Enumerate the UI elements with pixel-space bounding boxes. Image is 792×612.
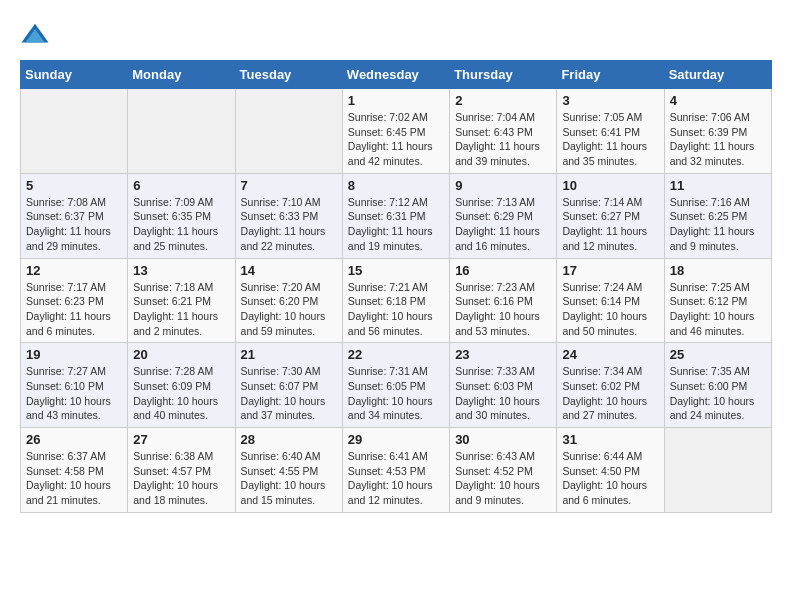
day-number: 13 xyxy=(133,263,229,278)
calendar-day-cell: 5Sunrise: 7:08 AM Sunset: 6:37 PM Daylig… xyxy=(21,173,128,258)
calendar-day-cell: 2Sunrise: 7:04 AM Sunset: 6:43 PM Daylig… xyxy=(450,89,557,174)
calendar-day-cell: 21Sunrise: 7:30 AM Sunset: 6:07 PM Dayli… xyxy=(235,343,342,428)
day-number: 11 xyxy=(670,178,766,193)
day-number: 7 xyxy=(241,178,337,193)
day-number: 12 xyxy=(26,263,122,278)
day-info: Sunrise: 6:38 AM Sunset: 4:57 PM Dayligh… xyxy=(133,449,229,508)
day-number: 20 xyxy=(133,347,229,362)
day-number: 1 xyxy=(348,93,444,108)
day-number: 8 xyxy=(348,178,444,193)
calendar-day-cell xyxy=(128,89,235,174)
calendar-header-row: SundayMondayTuesdayWednesdayThursdayFrid… xyxy=(21,61,772,89)
day-info: Sunrise: 7:28 AM Sunset: 6:09 PM Dayligh… xyxy=(133,364,229,423)
day-info: Sunrise: 7:16 AM Sunset: 6:25 PM Dayligh… xyxy=(670,195,766,254)
calendar-day-cell: 1Sunrise: 7:02 AM Sunset: 6:45 PM Daylig… xyxy=(342,89,449,174)
day-info: Sunrise: 7:35 AM Sunset: 6:00 PM Dayligh… xyxy=(670,364,766,423)
day-info: Sunrise: 6:41 AM Sunset: 4:53 PM Dayligh… xyxy=(348,449,444,508)
day-info: Sunrise: 7:09 AM Sunset: 6:35 PM Dayligh… xyxy=(133,195,229,254)
calendar-day-cell: 18Sunrise: 7:25 AM Sunset: 6:12 PM Dayli… xyxy=(664,258,771,343)
calendar-day-cell: 6Sunrise: 7:09 AM Sunset: 6:35 PM Daylig… xyxy=(128,173,235,258)
day-number: 16 xyxy=(455,263,551,278)
day-number: 28 xyxy=(241,432,337,447)
day-number: 18 xyxy=(670,263,766,278)
calendar-day-cell: 26Sunrise: 6:37 AM Sunset: 4:58 PM Dayli… xyxy=(21,428,128,513)
day-number: 6 xyxy=(133,178,229,193)
day-of-week-header: Saturday xyxy=(664,61,771,89)
day-info: Sunrise: 7:10 AM Sunset: 6:33 PM Dayligh… xyxy=(241,195,337,254)
day-number: 15 xyxy=(348,263,444,278)
page-header xyxy=(20,20,772,50)
calendar-week-row: 19Sunrise: 7:27 AM Sunset: 6:10 PM Dayli… xyxy=(21,343,772,428)
day-info: Sunrise: 6:43 AM Sunset: 4:52 PM Dayligh… xyxy=(455,449,551,508)
day-info: Sunrise: 7:31 AM Sunset: 6:05 PM Dayligh… xyxy=(348,364,444,423)
calendar-day-cell: 31Sunrise: 6:44 AM Sunset: 4:50 PM Dayli… xyxy=(557,428,664,513)
day-info: Sunrise: 7:18 AM Sunset: 6:21 PM Dayligh… xyxy=(133,280,229,339)
day-of-week-header: Thursday xyxy=(450,61,557,89)
day-info: Sunrise: 7:25 AM Sunset: 6:12 PM Dayligh… xyxy=(670,280,766,339)
day-info: Sunrise: 7:23 AM Sunset: 6:16 PM Dayligh… xyxy=(455,280,551,339)
logo xyxy=(20,20,54,50)
day-info: Sunrise: 7:27 AM Sunset: 6:10 PM Dayligh… xyxy=(26,364,122,423)
calendar-day-cell: 4Sunrise: 7:06 AM Sunset: 6:39 PM Daylig… xyxy=(664,89,771,174)
day-number: 23 xyxy=(455,347,551,362)
calendar-week-row: 1Sunrise: 7:02 AM Sunset: 6:45 PM Daylig… xyxy=(21,89,772,174)
day-number: 4 xyxy=(670,93,766,108)
day-number: 21 xyxy=(241,347,337,362)
calendar-day-cell: 14Sunrise: 7:20 AM Sunset: 6:20 PM Dayli… xyxy=(235,258,342,343)
calendar-day-cell: 17Sunrise: 7:24 AM Sunset: 6:14 PM Dayli… xyxy=(557,258,664,343)
calendar-day-cell: 15Sunrise: 7:21 AM Sunset: 6:18 PM Dayli… xyxy=(342,258,449,343)
day-number: 31 xyxy=(562,432,658,447)
day-number: 27 xyxy=(133,432,229,447)
calendar-day-cell: 11Sunrise: 7:16 AM Sunset: 6:25 PM Dayli… xyxy=(664,173,771,258)
calendar-day-cell: 27Sunrise: 6:38 AM Sunset: 4:57 PM Dayli… xyxy=(128,428,235,513)
day-number: 22 xyxy=(348,347,444,362)
day-number: 26 xyxy=(26,432,122,447)
day-number: 19 xyxy=(26,347,122,362)
day-info: Sunrise: 7:06 AM Sunset: 6:39 PM Dayligh… xyxy=(670,110,766,169)
day-info: Sunrise: 6:44 AM Sunset: 4:50 PM Dayligh… xyxy=(562,449,658,508)
day-info: Sunrise: 7:04 AM Sunset: 6:43 PM Dayligh… xyxy=(455,110,551,169)
day-info: Sunrise: 7:33 AM Sunset: 6:03 PM Dayligh… xyxy=(455,364,551,423)
calendar-day-cell: 8Sunrise: 7:12 AM Sunset: 6:31 PM Daylig… xyxy=(342,173,449,258)
day-info: Sunrise: 6:37 AM Sunset: 4:58 PM Dayligh… xyxy=(26,449,122,508)
calendar-day-cell: 20Sunrise: 7:28 AM Sunset: 6:09 PM Dayli… xyxy=(128,343,235,428)
day-info: Sunrise: 7:14 AM Sunset: 6:27 PM Dayligh… xyxy=(562,195,658,254)
day-info: Sunrise: 6:40 AM Sunset: 4:55 PM Dayligh… xyxy=(241,449,337,508)
calendar-day-cell: 12Sunrise: 7:17 AM Sunset: 6:23 PM Dayli… xyxy=(21,258,128,343)
calendar-day-cell: 7Sunrise: 7:10 AM Sunset: 6:33 PM Daylig… xyxy=(235,173,342,258)
day-info: Sunrise: 7:17 AM Sunset: 6:23 PM Dayligh… xyxy=(26,280,122,339)
calendar-day-cell: 19Sunrise: 7:27 AM Sunset: 6:10 PM Dayli… xyxy=(21,343,128,428)
day-info: Sunrise: 7:20 AM Sunset: 6:20 PM Dayligh… xyxy=(241,280,337,339)
calendar-day-cell: 23Sunrise: 7:33 AM Sunset: 6:03 PM Dayli… xyxy=(450,343,557,428)
day-info: Sunrise: 7:13 AM Sunset: 6:29 PM Dayligh… xyxy=(455,195,551,254)
calendar-day-cell: 10Sunrise: 7:14 AM Sunset: 6:27 PM Dayli… xyxy=(557,173,664,258)
calendar-week-row: 26Sunrise: 6:37 AM Sunset: 4:58 PM Dayli… xyxy=(21,428,772,513)
calendar-day-cell xyxy=(664,428,771,513)
day-number: 10 xyxy=(562,178,658,193)
day-info: Sunrise: 7:21 AM Sunset: 6:18 PM Dayligh… xyxy=(348,280,444,339)
day-number: 29 xyxy=(348,432,444,447)
calendar-day-cell: 9Sunrise: 7:13 AM Sunset: 6:29 PM Daylig… xyxy=(450,173,557,258)
calendar-day-cell: 28Sunrise: 6:40 AM Sunset: 4:55 PM Dayli… xyxy=(235,428,342,513)
calendar-day-cell: 13Sunrise: 7:18 AM Sunset: 6:21 PM Dayli… xyxy=(128,258,235,343)
day-number: 2 xyxy=(455,93,551,108)
day-of-week-header: Friday xyxy=(557,61,664,89)
day-number: 3 xyxy=(562,93,658,108)
calendar-day-cell: 24Sunrise: 7:34 AM Sunset: 6:02 PM Dayli… xyxy=(557,343,664,428)
day-of-week-header: Wednesday xyxy=(342,61,449,89)
calendar-week-row: 12Sunrise: 7:17 AM Sunset: 6:23 PM Dayli… xyxy=(21,258,772,343)
day-info: Sunrise: 7:34 AM Sunset: 6:02 PM Dayligh… xyxy=(562,364,658,423)
logo-icon xyxy=(20,20,50,50)
calendar-day-cell: 29Sunrise: 6:41 AM Sunset: 4:53 PM Dayli… xyxy=(342,428,449,513)
calendar-day-cell: 25Sunrise: 7:35 AM Sunset: 6:00 PM Dayli… xyxy=(664,343,771,428)
calendar-day-cell: 30Sunrise: 6:43 AM Sunset: 4:52 PM Dayli… xyxy=(450,428,557,513)
calendar-day-cell: 3Sunrise: 7:05 AM Sunset: 6:41 PM Daylig… xyxy=(557,89,664,174)
day-info: Sunrise: 7:30 AM Sunset: 6:07 PM Dayligh… xyxy=(241,364,337,423)
day-number: 14 xyxy=(241,263,337,278)
day-number: 30 xyxy=(455,432,551,447)
day-of-week-header: Sunday xyxy=(21,61,128,89)
calendar-day-cell: 16Sunrise: 7:23 AM Sunset: 6:16 PM Dayli… xyxy=(450,258,557,343)
day-number: 9 xyxy=(455,178,551,193)
day-number: 25 xyxy=(670,347,766,362)
day-number: 24 xyxy=(562,347,658,362)
